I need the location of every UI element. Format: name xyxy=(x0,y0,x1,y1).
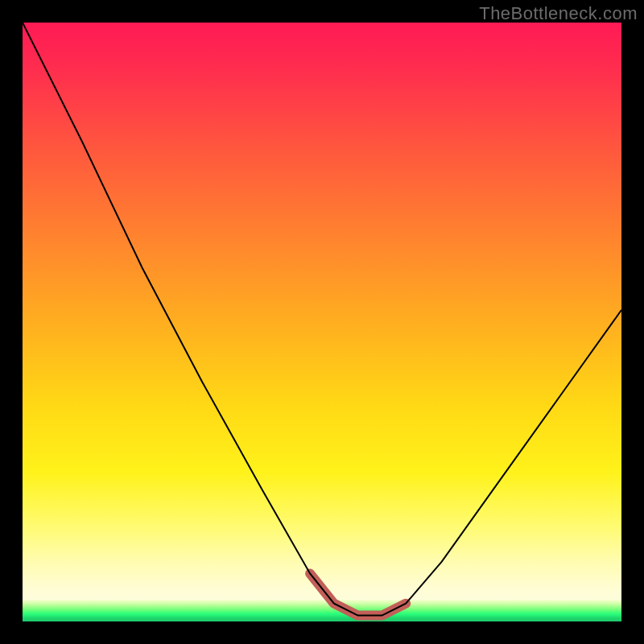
plot-area xyxy=(23,23,621,621)
optimal-range-highlight xyxy=(310,573,406,615)
curve-layer xyxy=(23,23,621,621)
attribution-text: TheBottleneck.com xyxy=(479,3,638,24)
chart-frame: TheBottleneck.com xyxy=(0,0,644,644)
bottleneck-curve xyxy=(23,23,621,616)
